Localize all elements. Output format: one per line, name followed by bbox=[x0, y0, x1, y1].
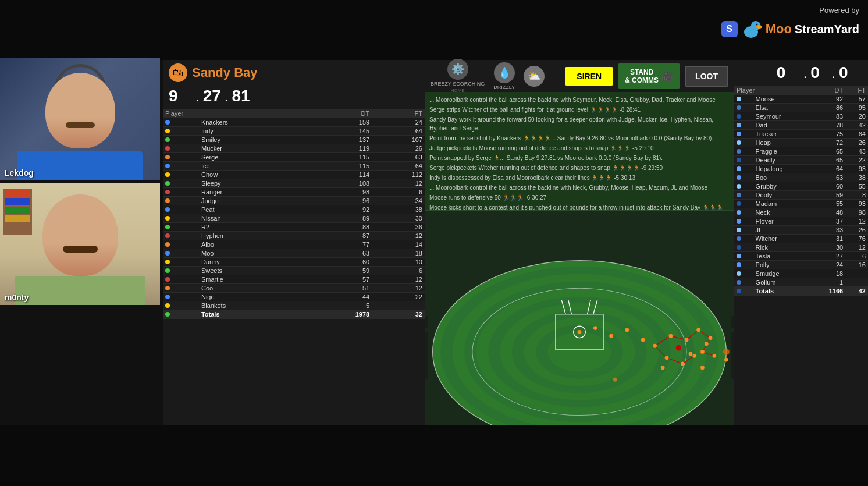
shirt-monty bbox=[15, 276, 145, 305]
player-dt: 51 bbox=[307, 284, 372, 293]
cloud-icon: ⛅ bbox=[524, 66, 545, 87]
away-player-table: Player DT FT Moose 92 57 Elsa 86 95 Seym… bbox=[734, 86, 868, 425]
home-table-row: Totals 1978 32 bbox=[163, 310, 425, 319]
player-dt: 1978 bbox=[307, 310, 372, 319]
field-container bbox=[425, 211, 734, 425]
svg-point-35 bbox=[609, 334, 613, 338]
away-player-indicator bbox=[734, 130, 753, 139]
away-player-ft: 42 bbox=[845, 287, 868, 296]
svg-point-54 bbox=[723, 349, 730, 355]
player-dt: 89 bbox=[307, 214, 372, 223]
control-buttons[interactable]: SIREN STAND& COMMS 🎥 LOOT bbox=[565, 63, 728, 89]
player-name: Smartie bbox=[199, 275, 307, 284]
away-player-name: Dad bbox=[753, 121, 812, 130]
away-player-dt: 86 bbox=[811, 104, 845, 112]
webcam-lekdog: Lekdog bbox=[0, 58, 160, 180]
player-ft: 12 bbox=[372, 284, 425, 293]
away-player-name: Deadly bbox=[753, 156, 812, 165]
svg-point-47 bbox=[705, 342, 709, 346]
streamyard-s-icon: S bbox=[721, 21, 738, 37]
away-player-dt: 83 bbox=[811, 112, 845, 121]
away-table-row: Moose 92 57 bbox=[734, 95, 868, 104]
away-player-indicator bbox=[734, 287, 753, 296]
drizzly-icon: 💧 bbox=[494, 62, 515, 83]
svg-point-46 bbox=[700, 350, 705, 354]
away-behinds: 0 bbox=[810, 63, 828, 82]
siren-button[interactable]: SIREN bbox=[565, 67, 613, 86]
away-player-indicator bbox=[734, 95, 753, 104]
stand-comms-button[interactable]: STAND& COMMS 🎥 bbox=[618, 63, 680, 89]
svg-point-55 bbox=[613, 378, 617, 382]
away-player-dt: 92 bbox=[811, 95, 845, 104]
player-name: Peat bbox=[199, 205, 307, 214]
breezy-icon: ⚙️ bbox=[447, 59, 468, 80]
away-table-row: Grubby 60 55 bbox=[734, 182, 868, 191]
svg-rect-59 bbox=[731, 332, 734, 379]
home-table-row: Judge 96 34 bbox=[163, 197, 425, 205]
svg-point-51 bbox=[700, 366, 705, 370]
home-team-name: Sandy Bay bbox=[192, 65, 258, 80]
away-player-dt: 59 bbox=[811, 191, 845, 200]
home-player-table: Player DT FT Knackers 159 24 Indy 145 64… bbox=[163, 109, 425, 425]
svg-point-34 bbox=[593, 326, 597, 330]
commentary-line: Point from the set shot by Knackers 🏃🏃🏃🏃… bbox=[429, 134, 730, 143]
lekdog-label: Lekdog bbox=[5, 168, 34, 178]
away-goals: 0 bbox=[777, 63, 800, 82]
away-player-dt: 1166 bbox=[811, 287, 845, 296]
moo-text: Moo bbox=[766, 22, 792, 37]
away-player-name: Heap bbox=[753, 139, 812, 147]
player-ft: 22 bbox=[372, 293, 425, 301]
away-table-row: Tesla 27 6 bbox=[734, 252, 868, 261]
bookshelf bbox=[3, 189, 32, 235]
player-name: Sleepy bbox=[199, 179, 307, 188]
away-player-indicator bbox=[734, 165, 753, 173]
away-player-ft: 64 bbox=[845, 130, 868, 139]
svg-rect-60 bbox=[731, 316, 734, 328]
svg-point-52 bbox=[724, 358, 728, 362]
away-player-header: Player bbox=[734, 86, 811, 95]
away-player-name: Polly bbox=[753, 261, 812, 269]
away-table-row: JL 33 26 bbox=[734, 226, 868, 235]
away-player-dt: 64 bbox=[811, 165, 845, 173]
player-indicator bbox=[163, 162, 199, 171]
player-ft: 10 bbox=[372, 258, 425, 267]
player-name: Ice bbox=[199, 162, 307, 171]
away-player-name: Smudge bbox=[753, 269, 812, 278]
home-table-row: Danny 60 10 bbox=[163, 258, 425, 267]
weather-breezy: ⚙️ BREEZY SCORCHING HOME bbox=[431, 59, 485, 93]
player-indicator bbox=[163, 118, 199, 127]
player-ft: 14 bbox=[372, 240, 425, 249]
home-table-row: Mucker 119 26 bbox=[163, 144, 425, 153]
away-player-indicator bbox=[734, 243, 753, 252]
streamyard-logo: S bbox=[721, 17, 763, 41]
home-stats-table: Player DT FT Knackers 159 24 Indy 145 64… bbox=[163, 109, 425, 319]
player-indicator bbox=[163, 223, 199, 232]
commentary-line: Moose kicks short to a contest and it's … bbox=[429, 203, 730, 211]
away-table-row: Rick 30 12 bbox=[734, 243, 868, 252]
away-player-ft: 20 bbox=[845, 112, 868, 121]
weather-drizzly: 💧 DRIZZLY bbox=[493, 62, 515, 90]
away-player-dt: 24 bbox=[811, 261, 845, 269]
away-player-ft: 16 bbox=[845, 261, 868, 269]
away-player-ft bbox=[845, 269, 868, 278]
away-player-name: Tesla bbox=[753, 252, 812, 261]
away-total: 0 bbox=[839, 63, 862, 82]
player-ft: 6 bbox=[372, 188, 425, 197]
player-ft: 30 bbox=[372, 214, 425, 223]
home-table-row: R2 88 36 bbox=[163, 223, 425, 232]
svg-point-53 bbox=[661, 366, 665, 370]
player-name: Nissan bbox=[199, 214, 307, 223]
svg-point-45 bbox=[696, 328, 700, 332]
weather-icons: ⚙️ BREEZY SCORCHING HOME 💧 DRIZZLY ⛅ bbox=[431, 59, 545, 93]
svg-point-49 bbox=[712, 354, 716, 358]
commentary-line: ... Mooroolbark control the ball across … bbox=[429, 183, 730, 192]
away-player-indicator bbox=[734, 191, 753, 200]
away-table-row: Smudge 18 bbox=[734, 269, 868, 278]
svg-point-38 bbox=[653, 344, 657, 348]
loot-button[interactable]: LOOT bbox=[685, 66, 728, 87]
player-name: Hyphen bbox=[199, 232, 307, 240]
away-ft-header: FT bbox=[845, 86, 868, 95]
player-name: Danny bbox=[199, 258, 307, 267]
away-player-dt: 27 bbox=[811, 252, 845, 261]
player-ft: 24 bbox=[372, 118, 425, 127]
